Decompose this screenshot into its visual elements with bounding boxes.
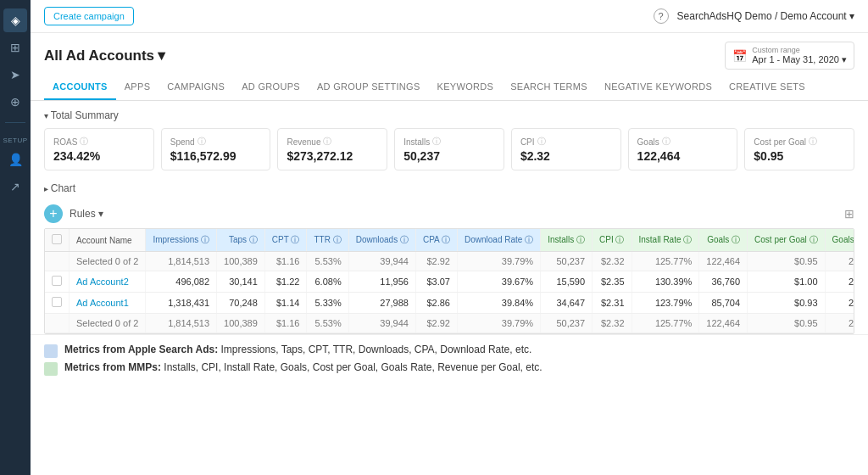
main-content: Create campaign ? SearchAdsHQ Demo / Dem… bbox=[31, 0, 868, 475]
tab-campaigns[interactable]: CAMPAIGNS bbox=[159, 75, 233, 100]
roas-label: ROAS ⓘ bbox=[53, 136, 145, 148]
summary-goals-rate: 243.77% bbox=[825, 252, 854, 271]
date-range-value: Apr 1 - May 31, 2020 ▾ bbox=[752, 54, 847, 65]
tab-ad-group-settings[interactable]: AD GROUP SETTINGS bbox=[309, 75, 429, 100]
bottom-summary-installs: 50,237 bbox=[541, 314, 593, 333]
row1-taps: 30,141 bbox=[217, 271, 265, 293]
summary-taps: 100,389 bbox=[217, 252, 265, 271]
row1-cost-per-goal: $1.00 bbox=[748, 271, 825, 293]
add-button[interactable]: + bbox=[44, 204, 63, 223]
tab-accounts[interactable]: ACCOUNTS bbox=[44, 75, 116, 100]
revenue-value: $273,272.12 bbox=[287, 149, 378, 163]
tab-negative-keywords[interactable]: NEGATIVE KEYWORDS bbox=[596, 75, 721, 100]
cost-per-goal-value: $0.95 bbox=[754, 149, 845, 163]
bottom-summary-goals: 122,464 bbox=[699, 314, 748, 333]
table-row: Ad Account1 1,318,431 70,248 $1.14 5.33%… bbox=[45, 293, 854, 314]
bottom-summary-goals-rate: 243.77% bbox=[825, 314, 854, 333]
accounts-table: Account Name Impressions ⓘ Taps ⓘ CPT ⓘ … bbox=[45, 229, 854, 333]
cpa-header[interactable]: CPA ⓘ bbox=[415, 229, 457, 252]
all-accounts-selector[interactable]: All Ad Accounts ▾ bbox=[44, 47, 165, 64]
summary-title[interactable]: Total Summary bbox=[44, 109, 854, 121]
goals-label: Goals ⓘ bbox=[637, 136, 729, 148]
summary-download-rate: 39.79% bbox=[457, 252, 540, 271]
summary-impressions: 1,814,513 bbox=[146, 252, 217, 271]
chart-title[interactable]: Chart bbox=[44, 182, 854, 194]
help-icon[interactable]: ? bbox=[654, 8, 669, 24]
toolbar-left: + Rules ▾ bbox=[44, 204, 103, 223]
tab-ad-groups[interactable]: AD GROUPS bbox=[233, 75, 309, 100]
row2-goals: 85,704 bbox=[699, 293, 748, 314]
mmp-legend-text: Metrics from MMPs: Installs, CPI, Instal… bbox=[64, 361, 542, 373]
cost-per-goal-col-header[interactable]: Cost per Goal ⓘ bbox=[748, 229, 825, 252]
cpi-info-icon[interactable]: ⓘ bbox=[537, 136, 546, 148]
cpt-header[interactable]: CPT ⓘ bbox=[264, 229, 307, 252]
tab-apps[interactable]: APPS bbox=[116, 75, 159, 100]
account-name-header: Account Name bbox=[70, 229, 146, 252]
row1-install-rate: 130.39% bbox=[632, 271, 699, 293]
goals-rate-header[interactable]: Goals Rate ⓘ bbox=[825, 229, 854, 252]
install-rate-header[interactable]: Install Rate ⓘ bbox=[632, 229, 699, 252]
downloads-header[interactable]: Downloads ⓘ bbox=[348, 229, 415, 252]
bottom-summary-taps: 100,389 bbox=[217, 314, 265, 333]
dashboard-icon[interactable]: ⊞ bbox=[3, 36, 27, 59]
metric-revenue: Revenue ⓘ $273,272.12 bbox=[277, 128, 387, 170]
bottom-summary-cpt: $1.16 bbox=[264, 314, 307, 333]
search-nav-icon[interactable]: ⊕ bbox=[3, 90, 27, 114]
chart-section: Chart bbox=[31, 179, 868, 199]
tab-bar: ACCOUNTS APPS CAMPAIGNS AD GROUPS AD GRO… bbox=[31, 75, 868, 101]
analytics-icon[interactable]: ↗ bbox=[3, 175, 27, 198]
ttr-header[interactable]: TTR ⓘ bbox=[307, 229, 348, 252]
bottom-summary-ttr: 5.53% bbox=[307, 314, 348, 333]
revenue-info-icon[interactable]: ⓘ bbox=[323, 136, 331, 148]
impressions-header[interactable]: Impressions ⓘ bbox=[146, 229, 217, 252]
grid-view-icon[interactable]: ⊞ bbox=[844, 207, 854, 221]
metric-spend: Spend ⓘ $116,572.99 bbox=[161, 128, 271, 170]
row2-ttr: 5.33% bbox=[307, 293, 348, 314]
rules-dropdown-button[interactable]: Rules ▾ bbox=[70, 208, 103, 220]
row2-installs: 34,647 bbox=[541, 293, 593, 314]
goals-col-header[interactable]: Goals ⓘ bbox=[699, 229, 748, 252]
campaigns-nav-icon[interactable]: ➤ bbox=[3, 63, 27, 87]
cost-per-goal-info-icon[interactable]: ⓘ bbox=[809, 136, 817, 148]
bottom-summary-impressions: 1,814,513 bbox=[146, 314, 217, 333]
top-summary-row: Selected 0 of 2 1,814,513 100,389 $1.16 … bbox=[45, 252, 854, 271]
create-campaign-button[interactable]: Create campaign bbox=[44, 7, 134, 25]
logo-icon[interactable]: ◈ bbox=[3, 8, 27, 32]
cpi-value: $2.32 bbox=[520, 149, 612, 163]
row2-checkbox[interactable] bbox=[52, 297, 62, 307]
row1-checkbox[interactable] bbox=[52, 276, 62, 286]
account-selector[interactable]: SearchAdsHQ Demo / Demo Account ▾ bbox=[677, 10, 854, 22]
calendar-icon: 📅 bbox=[732, 49, 747, 63]
roas-info-icon[interactable]: ⓘ bbox=[80, 136, 88, 148]
row2-cpt: $1.14 bbox=[264, 293, 307, 314]
revenue-label: Revenue ⓘ bbox=[287, 136, 378, 148]
row1-ttr: 6.08% bbox=[307, 271, 348, 293]
row2-account-name[interactable]: Ad Account1 bbox=[70, 293, 146, 314]
apple-legend-color bbox=[44, 344, 58, 358]
row2-cost-per-goal: $0.93 bbox=[748, 293, 825, 314]
bottom-summary-row: Selected 0 of 2 1,814,513 100,389 $1.16 … bbox=[45, 314, 854, 333]
spend-info-icon[interactable]: ⓘ bbox=[198, 136, 206, 148]
taps-header[interactable]: Taps ⓘ bbox=[217, 229, 265, 252]
tab-creative-sets[interactable]: CREATIVE SETS bbox=[721, 75, 814, 100]
row1-goals: 36,760 bbox=[699, 271, 748, 293]
row1-account-name[interactable]: Ad Account2 bbox=[70, 271, 146, 293]
date-range-picker[interactable]: 📅 Custom range Apr 1 - May 31, 2020 ▾ bbox=[725, 42, 854, 70]
select-all-checkbox[interactable] bbox=[52, 234, 62, 244]
users-icon[interactable]: 👤 bbox=[3, 148, 27, 171]
tab-search-terms[interactable]: SEARCH TERMS bbox=[502, 75, 596, 100]
tab-keywords[interactable]: KEYWORDS bbox=[429, 75, 503, 100]
installs-header[interactable]: Installs ⓘ bbox=[541, 229, 593, 252]
all-accounts-label: All Ad Accounts bbox=[44, 48, 154, 64]
installs-info-icon[interactable]: ⓘ bbox=[432, 136, 441, 148]
bottom-summary-cost-per-goal: $0.95 bbox=[748, 314, 825, 333]
metric-cost-per-goal: Cost per Goal ⓘ $0.95 bbox=[744, 128, 854, 170]
goals-info-icon[interactable]: ⓘ bbox=[662, 136, 670, 148]
cpi-col-header[interactable]: CPI ⓘ bbox=[593, 229, 632, 252]
download-rate-header[interactable]: Download Rate ⓘ bbox=[457, 229, 540, 252]
row1-downloads: 11,956 bbox=[348, 271, 415, 293]
bottom-summary-download-rate: 39.79% bbox=[457, 314, 540, 333]
bottom-summary-label: Selected 0 of 2 bbox=[70, 314, 146, 333]
row1-cpt: $1.22 bbox=[264, 271, 307, 293]
summary-installs: 50,237 bbox=[541, 252, 593, 271]
